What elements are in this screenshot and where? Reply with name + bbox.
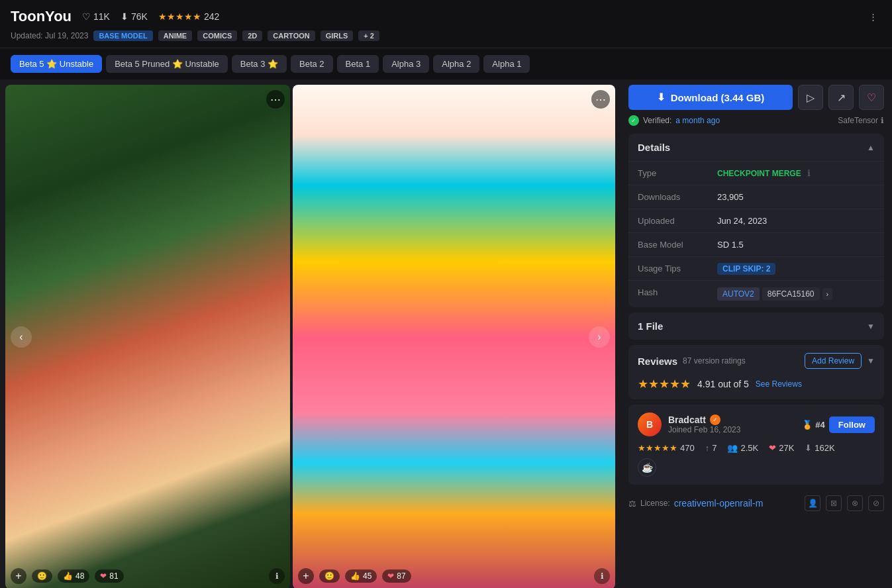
tag-girls[interactable]: GIRLS <box>321 30 354 41</box>
rank-icon: 🏅 <box>802 420 813 430</box>
hash-value-button[interactable]: 86FCA15160 <box>762 287 820 301</box>
detail-hash-row: Hash AUTOV2 86FCA15160 › <box>628 280 884 307</box>
gallery-item-2-footer: + 🙂 👍 45 ❤ 87 ℹ <box>298 568 610 584</box>
hash-autov2-button[interactable]: AUTOV2 <box>717 287 760 301</box>
files-section-header[interactable]: 1 File ▼ <box>628 313 884 340</box>
rating-stars: ★★★★★ <box>638 377 691 391</box>
tag-comics[interactable]: COMICS <box>197 30 237 41</box>
author-rating-stat: ★★★★★ 470 <box>638 443 695 453</box>
author-header: B Bradcatt ✓ Joined Feb 16, 2023 🏅 #4 <box>638 413 875 436</box>
tag-more[interactable]: + 2 <box>358 30 379 41</box>
more-options-button[interactable]: ⋮ <box>865 9 881 24</box>
updated-text: Updated: Jul 19, 2023 <box>11 31 88 40</box>
gallery-item-1-heart-button[interactable]: ❤ 81 <box>95 569 123 583</box>
see-reviews-link[interactable]: See Reviews <box>756 379 802 389</box>
gallery-item-2-menu-button[interactable]: ⋯ <box>591 90 610 109</box>
detail-base-model-row: Base Model SD 1.5 <box>628 232 884 256</box>
gallery-image-1 <box>5 85 290 588</box>
gallery-item-1-info-button[interactable]: ℹ <box>269 568 285 584</box>
author-name-row: Bradcatt ✓ <box>668 415 740 425</box>
sidebar: ⬇ Download (3.44 GB) ▷ ↗ ♡ ✓ Verified: a… <box>620 79 892 588</box>
license-icon-3: ⊗ <box>847 495 863 511</box>
gallery-prev-button[interactable]: ‹ <box>11 326 32 348</box>
version-tab-beta1[interactable]: Beta 1 <box>337 55 379 73</box>
version-tab-alpha2[interactable]: Alpha 2 <box>433 55 479 73</box>
download-button[interactable]: ⬇ Download (3.44 GB) <box>628 85 793 110</box>
author-stats: ★★★★★ 470 ↑ 7 👥 2.5K ❤ 27K ⬇ 162K <box>638 443 875 453</box>
play-button[interactable]: ▷ <box>798 85 823 110</box>
gallery-item-1-emoji-button[interactable]: 🙂 <box>32 569 52 583</box>
star-icon: ★★★★★ <box>638 443 677 453</box>
share-button[interactable]: ↗ <box>828 85 854 110</box>
detail-usage-tips-value: CLIP SKIP: 2 <box>708 257 884 280</box>
follow-button[interactable]: Follow <box>829 416 875 433</box>
gallery-item-1-menu-button[interactable]: ⋯ <box>266 90 285 109</box>
detail-usage-tips-row: Usage Tips CLIP SKIP: 2 <box>628 256 884 280</box>
license-link[interactable]: creativeml-openrail-m <box>674 498 764 509</box>
chevron-up-icon: ▲ <box>867 143 875 152</box>
buy-coffee-button[interactable]: ☕ <box>638 458 656 477</box>
reviews-title-group: Reviews 87 version ratings <box>638 356 746 367</box>
gallery-item-2-thumbs-button[interactable]: 👍 45 <box>345 569 377 583</box>
thumbs-icon: 👍 <box>350 571 360 581</box>
gallery-image-2 <box>293 85 615 588</box>
author-hearts-stat: ❤ 27K <box>769 443 794 453</box>
tag-2d[interactable]: 2D <box>242 30 262 41</box>
license-icon-2: ⊠ <box>826 495 842 511</box>
download-icon: ⬇ <box>121 11 128 22</box>
version-tab-alpha1[interactable]: Alpha 1 <box>483 55 530 73</box>
detail-downloads-row: Downloads 23,905 <box>628 185 884 209</box>
verified-badge: ✓ <box>628 115 639 126</box>
version-tab-beta3[interactable]: Beta 3 ⭐ <box>232 55 287 73</box>
author-rank: 🏅 #4 Follow <box>802 416 875 433</box>
detail-type-value: CHECKPOINT MERGE ℹ <box>708 162 884 185</box>
followers-icon: 👥 <box>727 443 738 453</box>
license-icon: ⚖ <box>628 499 636 509</box>
reviews-header[interactable]: Reviews 87 version ratings Add Review ▼ <box>628 345 884 377</box>
verified-link[interactable]: a month ago <box>675 116 720 125</box>
author-downloads-stat: ⬇ 162K <box>805 443 834 453</box>
gallery-next-button[interactable]: › <box>589 326 610 348</box>
author-joined-date: Joined Feb 16, 2023 <box>668 425 740 434</box>
gallery-item-2-emoji-button[interactable]: 🙂 <box>319 569 340 583</box>
clip-skip-badge: CLIP SKIP: 2 <box>717 263 775 275</box>
tag-cartoon[interactable]: CARTOON <box>268 30 315 41</box>
heart-icon: ❤ <box>387 571 394 581</box>
gallery-item-1[interactable]: ⋯ ‹ + 🙂 👍 48 ❤ 81 ℹ <box>5 85 290 588</box>
gallery-item-2-heart-button[interactable]: ❤ 87 <box>382 569 411 583</box>
safe-tensor-info-icon: ℹ <box>881 116 884 125</box>
verified-row: ✓ Verified: a month ago SafeTensor ℹ <box>628 115 884 126</box>
heart-icon: ❤ <box>100 571 107 581</box>
reviews-actions: Add Review ▼ <box>805 353 875 369</box>
details-section-header[interactable]: Details ▲ <box>628 134 884 161</box>
rating-row: ★★★★★ 4.91 out of 5 See Reviews <box>628 377 884 399</box>
version-tab-beta5-pruned[interactable]: Beta 5 Pruned ⭐ Unstable <box>106 55 228 73</box>
add-review-button[interactable]: Add Review <box>805 353 862 369</box>
gallery-item-2-info-button[interactable]: ℹ <box>594 568 610 584</box>
app-title: ToonYou <box>11 8 72 25</box>
gallery-item-2[interactable]: ⋯ › + 🙂 👍 45 ❤ 87 ℹ <box>293 85 615 588</box>
chevron-down-icon: ▼ <box>867 322 875 331</box>
hash-next-button[interactable]: › <box>822 288 833 300</box>
main-content: ⋯ ‹ + 🙂 👍 48 ❤ 81 ℹ <box>0 79 892 588</box>
license-row: ⚖ License: creativeml-openrail-m 👤 ⊠ ⊗ ⊘ <box>628 490 884 516</box>
license-info: ⚖ License: creativeml-openrail-m <box>628 498 763 509</box>
download-btn-icon: ⬇ <box>657 91 666 103</box>
tags-row: Updated: Jul 19, 2023 BASE MODEL ANIME C… <box>11 30 881 41</box>
version-tab-beta2[interactable]: Beta 2 <box>291 55 333 73</box>
safe-tensor-label: SafeTensor ℹ <box>838 116 884 125</box>
version-tab-alpha3[interactable]: Alpha 3 <box>383 55 429 73</box>
favorite-button[interactable]: ♡ <box>859 85 884 110</box>
header: ToonYou ♡ 11K ⬇ 76K ★★★★★ 242 ⋮ Updated:… <box>0 0 892 48</box>
gallery-item-1-thumbs-button[interactable]: 👍 48 <box>58 569 89 583</box>
tag-base-model[interactable]: BASE MODEL <box>93 30 152 41</box>
tag-anime[interactable]: ANIME <box>158 30 192 41</box>
gallery-item-2-add-button[interactable]: + <box>298 568 314 584</box>
gallery-item-1-add-button[interactable]: + <box>11 568 26 584</box>
author-name[interactable]: Bradcatt <box>668 415 706 425</box>
details-section: Details ▲ Type CHECKPOINT MERGE ℹ Downlo… <box>628 134 884 307</box>
version-tab-beta5-unstable[interactable]: Beta 5 ⭐ Unstable <box>11 55 102 73</box>
checkpoint-merge-link[interactable]: CHECKPOINT MERGE <box>717 169 801 178</box>
author-card: B Bradcatt ✓ Joined Feb 16, 2023 🏅 #4 <box>628 405 884 485</box>
chevron-down-icon-reviews: ▼ <box>867 356 875 366</box>
